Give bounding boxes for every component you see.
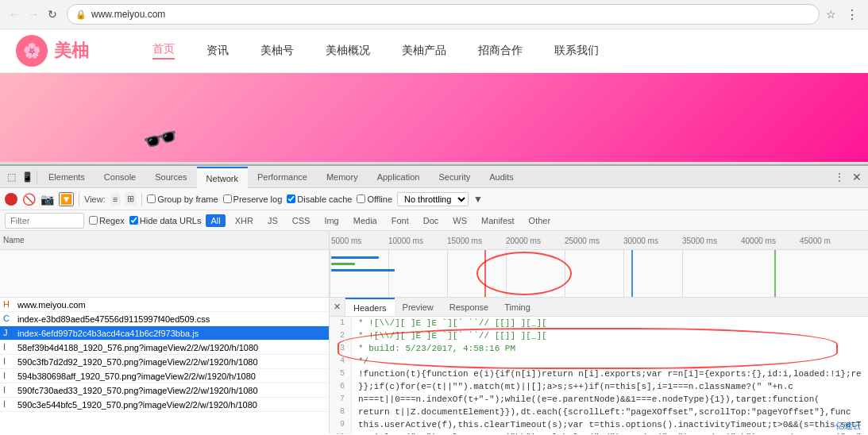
tab-audits[interactable]: Audits bbox=[480, 166, 523, 187]
filter-type-media[interactable]: Media bbox=[349, 214, 382, 227]
nav-item-products[interactable]: 美柚产品 bbox=[402, 44, 446, 58]
offline-label: Offline bbox=[367, 194, 392, 204]
back-button[interactable]: ← bbox=[6, 6, 22, 22]
img-file-icon-5: I bbox=[3, 399, 14, 410]
disable-cache-checkbox[interactable]: Disable cache bbox=[287, 194, 352, 204]
clear-button[interactable]: 🚫 bbox=[22, 193, 36, 206]
line-num-9: 9 bbox=[330, 418, 352, 431]
filter-type-doc[interactable]: Doc bbox=[419, 214, 444, 227]
throttling-dropdown-icon[interactable]: ▼ bbox=[473, 194, 483, 205]
code-tab-timing[interactable]: Timing bbox=[496, 298, 538, 316]
disable-cache-input[interactable] bbox=[287, 194, 295, 203]
tab-network[interactable]: Network bbox=[197, 167, 248, 188]
throttling-select[interactable]: No throttling bbox=[397, 192, 469, 206]
regex-input[interactable] bbox=[89, 216, 98, 225]
filter-type-css[interactable]: CSS bbox=[287, 214, 315, 227]
tab-memory[interactable]: Memory bbox=[317, 166, 368, 187]
file-list: H www.meiyou.com C index-e3bd89aed5e4755… bbox=[0, 298, 330, 434]
devtools-close-button[interactable]: ✕ bbox=[849, 169, 865, 185]
file-item-css[interactable]: C index-e3bd89aed5e47556d9115997f40ed509… bbox=[0, 312, 329, 326]
code-tab-preview[interactable]: Preview bbox=[395, 298, 442, 316]
glasses-icon: 🕶️ bbox=[139, 119, 182, 160]
waterfall-area bbox=[0, 250, 868, 298]
reload-button[interactable]: ↻ bbox=[44, 6, 60, 22]
file-item-img5[interactable]: I 590c3e544bfc5_1920_570.png?imageView2/… bbox=[0, 398, 329, 412]
nav-item-home[interactable]: 首页 bbox=[152, 42, 175, 60]
offline-checkbox[interactable]: Offline bbox=[357, 194, 392, 204]
filter-button[interactable]: 🔽 bbox=[59, 192, 74, 206]
filter-type-manifest[interactable]: Manifest bbox=[476, 214, 519, 227]
file-item-img1[interactable]: I 58ef39b4d4188_1920_576.png?imageView2/… bbox=[0, 341, 329, 355]
file-item-meiyou[interactable]: H www.meiyou.com bbox=[0, 298, 329, 312]
grid-view-button[interactable]: ⊞ bbox=[125, 192, 137, 206]
bookmark-button[interactable]: ☆ bbox=[826, 8, 836, 21]
waterfall-right bbox=[330, 250, 868, 297]
filter-type-other[interactable]: Other bbox=[524, 214, 556, 227]
url-text: www.meiyou.com bbox=[91, 9, 811, 20]
file-item-img4[interactable]: I 590fc730aed33_1920_570.png?imageView2/… bbox=[0, 383, 329, 398]
file-item-img2[interactable]: I 590c3fb7d2d92_1920_570.png?imageView2/… bbox=[0, 355, 329, 369]
file-item-js[interactable]: J index-6efd997b2c4b3acd4ca41b6c2f973bba… bbox=[0, 326, 329, 341]
nav-item-cooperation[interactable]: 招商合作 bbox=[478, 44, 523, 58]
code-tab-headers[interactable]: Headers bbox=[345, 298, 395, 316]
preserve-log-checkbox[interactable]: Preserve log bbox=[223, 194, 283, 204]
regex-label: Regex bbox=[99, 216, 125, 225]
regex-checkbox[interactable]: Regex bbox=[89, 216, 125, 225]
group-by-frame-checkbox[interactable]: Group by frame bbox=[147, 194, 218, 204]
filter-type-js[interactable]: JS bbox=[263, 214, 283, 227]
nav-item-account[interactable]: 美柚号 bbox=[260, 44, 294, 58]
img-file-icon-3: I bbox=[3, 371, 14, 382]
hide-data-urls-checkbox[interactable]: Hide data URLs bbox=[129, 216, 202, 225]
record-button[interactable] bbox=[5, 193, 17, 206]
filter-type-font[interactable]: Font bbox=[387, 214, 414, 227]
devtools-actions: ⋮ ✕ bbox=[831, 169, 865, 185]
tick-40000: 40000 ms bbox=[741, 236, 776, 244]
wf-bar-1 bbox=[331, 256, 379, 259]
code-tab-response[interactable]: Response bbox=[442, 298, 497, 316]
camera-button[interactable]: 📷 bbox=[41, 193, 54, 206]
logo-text: 美柚 bbox=[54, 39, 89, 63]
offline-input[interactable] bbox=[357, 194, 365, 203]
tab-performance[interactable]: Performance bbox=[248, 166, 317, 187]
hide-data-urls-input[interactable] bbox=[129, 216, 138, 225]
line-num-4: 4 bbox=[330, 355, 352, 368]
devtools-panel: ⬚ 📱 Elements Console Sources Network Per… bbox=[0, 164, 868, 434]
group-by-frame-input[interactable] bbox=[147, 194, 156, 203]
filter-type-ws[interactable]: WS bbox=[448, 214, 472, 227]
nav-item-contact[interactable]: 联系我们 bbox=[554, 44, 599, 58]
tick-35000: 35000 ms bbox=[682, 236, 717, 244]
browser-chrome: ← → ↻ 🔒 www.meiyou.com ☆ ⋮ bbox=[0, 0, 868, 29]
wf-bar-2 bbox=[331, 263, 355, 265]
tab-elements[interactable]: Elements bbox=[39, 166, 95, 187]
devtools-device-button[interactable]: 📱 bbox=[19, 169, 35, 185]
list-view-button[interactable]: ≡ bbox=[110, 193, 120, 206]
website-content: 🌸 美柚 首页 资讯 美柚号 美柚概况 美柚产品 招商合作 联系我们 🕶️ bbox=[0, 29, 868, 164]
tab-sources[interactable]: Sources bbox=[145, 166, 196, 187]
nav-item-news[interactable]: 资讯 bbox=[206, 44, 229, 58]
filter-type-all[interactable]: All bbox=[206, 214, 225, 227]
preserve-log-input[interactable] bbox=[223, 194, 232, 203]
waterfall-tick-line-1 bbox=[330, 250, 330, 297]
forward-button[interactable]: → bbox=[25, 6, 41, 22]
line-content-7: n===t||0===n.indexOf(t+"-");while((e=e.p… bbox=[352, 393, 868, 406]
line-num-2: 2 bbox=[330, 329, 352, 342]
tab-console[interactable]: Console bbox=[95, 166, 145, 187]
menu-button[interactable]: ⋮ bbox=[843, 4, 862, 25]
waterfall-tick-line-4 bbox=[506, 250, 507, 297]
devtools-inspect-button[interactable]: ⬚ bbox=[3, 169, 19, 185]
close-tab-button[interactable]: ✕ bbox=[330, 298, 345, 316]
view-label: View: bbox=[84, 194, 106, 204]
devtools-tab-bar: ⬚ 📱 Elements Console Sources Network Per… bbox=[0, 166, 868, 188]
tab-security[interactable]: Security bbox=[429, 166, 480, 187]
file-item-img3[interactable]: I 594b380698aff_1920_570.png?imageView2/… bbox=[0, 369, 329, 383]
filter-type-img[interactable]: Img bbox=[319, 214, 343, 227]
filter-type-xhr[interactable]: XHR bbox=[230, 214, 258, 227]
file-name-meiyou: www.meiyou.com bbox=[17, 300, 326, 310]
filter-input[interactable] bbox=[5, 213, 84, 229]
devtools-settings-button[interactable]: ⋮ bbox=[831, 169, 847, 185]
tick-20000: 20000 ms bbox=[506, 236, 541, 244]
waterfall-tick-line-7 bbox=[682, 250, 683, 297]
nav-item-overview[interactable]: 美柚概况 bbox=[326, 44, 370, 58]
tab-application[interactable]: Application bbox=[368, 166, 430, 187]
address-bar[interactable]: 🔒 www.meiyou.com bbox=[67, 4, 820, 25]
